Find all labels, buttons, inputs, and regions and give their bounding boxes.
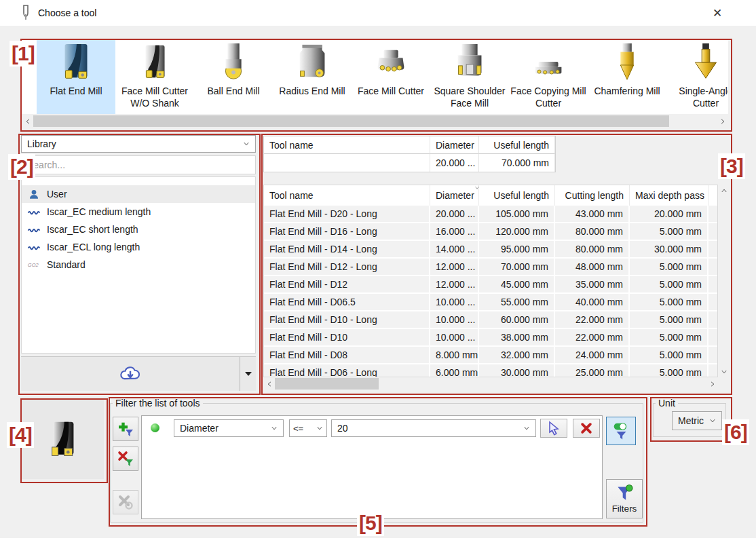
- cell-maxi-depth-pass[interactable]: 5.000 mm: [630, 276, 708, 294]
- cell-cutting-length[interactable]: 40.000 mm: [555, 294, 630, 311]
- tool-type-item[interactable]: Ball End Mill: [194, 40, 273, 114]
- library-list-item[interactable]: Iscar_ECL long length: [22, 238, 255, 256]
- library-list-item[interactable]: Iscar_EC medium length: [22, 203, 255, 221]
- unlink-filter-button[interactable]: [113, 490, 138, 514]
- cell-useful-length[interactable]: 120.000 mm: [479, 223, 555, 241]
- close-button[interactable]: ✕: [708, 4, 726, 22]
- cell-diameter[interactable]: 16.000 ...: [430, 223, 479, 241]
- cell-tool-name[interactable]: Flat End Mill - D12 - Long: [264, 259, 430, 276]
- cell-useful-length[interactable]: 55.000 mm: [479, 294, 555, 311]
- table-row[interactable]: Flat End Mill - D20 - Long 20.000 ... 10…: [264, 206, 717, 223]
- scrollbar-thumb[interactable]: [33, 115, 669, 127]
- cell-diameter[interactable]: 6.000 mm: [430, 364, 479, 377]
- cell-cutting-length[interactable]: 22.000 mm: [555, 329, 630, 347]
- cell-diameter[interactable]: 12.000 ...: [430, 276, 479, 294]
- cell-maxi-depth-pass[interactable]: 5.000 mm: [630, 294, 708, 311]
- cell-tool-name[interactable]: Flat End Mill - D06 - Long: [264, 364, 430, 377]
- filter-value-combo[interactable]: [331, 419, 536, 437]
- table-row[interactable]: Flat End Mill - D10 10.000 ... 38.000 mm…: [264, 329, 717, 347]
- search-input[interactable]: [21, 155, 256, 174]
- cell-tool-name[interactable]: Flat End Mill - D16 - Long: [264, 223, 430, 241]
- cell-diameter[interactable]: 20.000 ...: [430, 154, 479, 172]
- add-filter-button[interactable]: [113, 417, 138, 441]
- tool-type-item[interactable]: Flat End Mill: [37, 40, 115, 114]
- col-tool-name[interactable]: Tool name: [264, 185, 430, 206]
- cell-useful-length[interactable]: 32.000 mm: [479, 347, 555, 364]
- cell-tool-name[interactable]: Flat End Mill - D10 - Long: [264, 311, 430, 329]
- col-useful-length[interactable]: Useful length: [479, 185, 555, 206]
- tool-type-item[interactable]: Face Copying Mill Cutter: [509, 40, 588, 114]
- table-row[interactable]: Flat End Mill - D16 - Long 16.000 ... 12…: [264, 223, 717, 241]
- table-hscrollbar[interactable]: [263, 377, 718, 390]
- library-more-dropdown[interactable]: [240, 357, 256, 391]
- tool-type-item[interactable]: Chamfering Mill: [588, 40, 666, 114]
- cell-cutting-length[interactable]: 22.000 mm: [555, 311, 630, 329]
- cell-useful-length[interactable]: 60.000 mm: [479, 311, 555, 329]
- cell-maxi-depth-pass[interactable]: 5.000 mm: [630, 364, 708, 377]
- scroll-up-icon[interactable]: [718, 185, 730, 196]
- table-row[interactable]: Flat End Mill - D12 12.000 ... 45.000 mm…: [264, 276, 717, 294]
- cell-diameter[interactable]: 10.000 ...: [430, 329, 479, 347]
- cell-maxi-depth-pass[interactable]: 5.000 mm: [630, 329, 708, 347]
- tool-type-item[interactable]: Face Mill Cutter: [352, 40, 430, 114]
- cell-cutting-length[interactable]: 43.000 mm: [555, 206, 630, 223]
- cell-tool-name[interactable]: Flat End Mill - D14 - Long: [264, 241, 430, 259]
- cell-tool-name[interactable]: Flat End Mill - D20 - Long: [264, 206, 430, 223]
- cell-maxi-depth-pass[interactable]: 5.000 mm: [630, 311, 708, 329]
- cell-tool-name[interactable]: Flat End Mill - D12: [264, 276, 430, 294]
- scrollbar-thumb[interactable]: [275, 378, 379, 390]
- cell-diameter[interactable]: 10.000 ...: [430, 294, 479, 311]
- scroll-right-icon[interactable]: [717, 115, 728, 128]
- cell-useful-length[interactable]: 45.000 mm: [479, 276, 555, 294]
- cell-useful-length[interactable]: 70.000 mm: [479, 154, 555, 172]
- cell-tool-name[interactable]: Flat End Mill - D08: [264, 347, 430, 364]
- table-row[interactable]: Flat End Mill - D06.5 10.000 ... 55.000 …: [264, 294, 717, 311]
- col-diameter[interactable]: Diameter: [430, 185, 479, 206]
- library-list-item[interactable]: User: [22, 185, 255, 203]
- library-list-item[interactable]: Standard: [22, 256, 255, 273]
- enable-filter-toggle-button[interactable]: [606, 417, 636, 445]
- tool-type-item[interactable]: Square Shoulder Face Mill: [430, 40, 509, 114]
- cell-cutting-length[interactable]: 35.000 mm: [555, 276, 630, 294]
- cell-useful-length[interactable]: 30.000 mm: [479, 364, 555, 377]
- filter-field-dropdown[interactable]: Diameter: [174, 419, 284, 437]
- scroll-left-icon[interactable]: [263, 377, 275, 390]
- table-vscrollbar[interactable]: [718, 185, 730, 377]
- cell-useful-length[interactable]: 70.000 mm: [479, 259, 555, 276]
- cell-useful-length[interactable]: 38.000 mm: [479, 329, 555, 347]
- filter-value-input[interactable]: [337, 423, 523, 434]
- col-tool-name[interactable]: Tool name: [264, 136, 430, 154]
- cell-cutting-length[interactable]: 80.000 mm: [555, 223, 630, 241]
- filters-button[interactable]: Filters: [606, 479, 643, 518]
- cell-cutting-length[interactable]: 80.000 mm: [555, 241, 630, 259]
- library-dropdown[interactable]: Library: [21, 135, 256, 153]
- col-cutting-length[interactable]: Cutting length: [555, 185, 630, 206]
- col-maxi-depth-pass[interactable]: Maxi depth pass: [630, 185, 708, 206]
- cell-diameter[interactable]: 8.000 mm: [430, 347, 479, 364]
- download-library-button[interactable]: [21, 357, 240, 391]
- tool-type-item[interactable]: Face Mill Cutter W/O Shank: [115, 40, 194, 114]
- scroll-right-icon[interactable]: [706, 377, 718, 390]
- table-row[interactable]: Flat End Mill - D08 8.000 mm 32.000 mm 2…: [264, 347, 717, 364]
- cell-diameter[interactable]: 10.000 ...: [430, 311, 479, 329]
- cell-maxi-depth-pass[interactable]: 30.000 mm: [630, 241, 708, 259]
- cell-diameter[interactable]: 20.000 ...: [430, 206, 479, 223]
- delete-filter-row-button[interactable]: [573, 419, 600, 438]
- cell-diameter[interactable]: 12.000 ...: [430, 259, 479, 276]
- toolbar-hscrollbar[interactable]: [22, 115, 728, 128]
- cell-tool-name[interactable]: Flat End Mill - D10: [264, 329, 430, 347]
- cell-useful-length[interactable]: 95.000 mm: [479, 241, 555, 259]
- scroll-left-icon[interactable]: [22, 115, 33, 128]
- table-row[interactable]: Flat End Mill - D06 - Long 6.000 mm 30.0…: [264, 364, 717, 377]
- tool-type-item[interactable]: Radius End Mill: [273, 40, 352, 114]
- col-diameter[interactable]: Diameter: [430, 136, 479, 154]
- cell-cutting-length[interactable]: 48.000 mm: [555, 259, 630, 276]
- filter-operator-dropdown[interactable]: <=: [289, 419, 327, 437]
- cell-maxi-depth-pass[interactable]: 20.000 mm: [630, 206, 708, 223]
- col-useful-length[interactable]: Useful length: [479, 136, 555, 154]
- cell-useful-length[interactable]: 105.000 mm: [479, 206, 555, 223]
- cell-maxi-depth-pass[interactable]: 5.000 mm: [630, 223, 708, 241]
- table-row[interactable]: Flat End Mill - D14 - Long 14.000 ... 95…: [264, 241, 717, 259]
- cell-tool-name[interactable]: [264, 154, 430, 172]
- table-row[interactable]: Flat End Mill - D10 - Long 10.000 ... 60…: [264, 311, 717, 329]
